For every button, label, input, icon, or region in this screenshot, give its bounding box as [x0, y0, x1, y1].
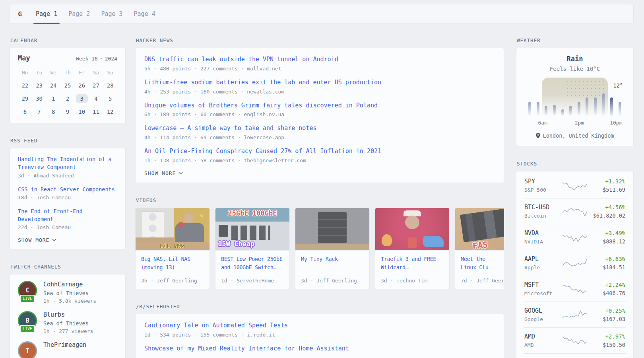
article-meta: 22d · Josh Comeau: [18, 224, 117, 230]
sparkline-chart: [563, 308, 587, 321]
live-badge: LIVE: [20, 325, 35, 333]
video-title-link[interactable]: BEST Low Power 25GbE and 100GbE Switch…: [221, 255, 284, 272]
video-title-link[interactable]: Traefik 3 and FREE Wildcard…: [381, 255, 444, 272]
video-card-body: BEST Low Power 25GbE and 100GbE Switch…1…: [215, 251, 289, 289]
video-title-line: My Tiny Rack: [301, 255, 364, 263]
stock-id: GOOGLGoogle: [524, 307, 562, 322]
avatar[interactable]: T: [18, 341, 37, 358]
stock-price: $61,820.02: [588, 212, 625, 219]
video-card-body: Traefik 3 and FREE Wildcard…3d · Techno …: [375, 251, 449, 289]
video-thumbnail[interactable]: FAS: [455, 208, 504, 251]
article-link[interactable]: Showcase of my Mixed Reality Interface f…: [144, 344, 495, 353]
article-meta: 1h · 138 points · 58 comments · thebigne…: [144, 158, 495, 163]
stock-row[interactable]: AMDAMD+2.97%$150.50: [524, 327, 626, 353]
article-link[interactable]: Handling The Indentation of a Treeview C…: [18, 155, 117, 171]
calendar-day-selected: 3: [76, 94, 88, 103]
app-logo[interactable]: G: [10, 4, 30, 23]
stock-row[interactable]: GOOGLGoogle+0.25%$167.03: [524, 302, 626, 327]
stock-row[interactable]: SPYS&P 500+1.32%$511.69: [524, 173, 626, 198]
calendar-grid: MoTuWeThFrSaSu22232425262728293012345678…: [18, 68, 117, 116]
article-link[interactable]: An Oil Price-Fixing Conspiracy Caused 27…: [144, 147, 495, 156]
article-link[interactable]: The End of Front-End Development: [18, 207, 117, 224]
video-card-body: My Tiny Rack3d · Jeff Geerling: [295, 251, 369, 289]
weather-card: Rain Feels like 10°C 12° 6am2pm10pm Lond…: [516, 48, 634, 146]
weather-bar: [619, 102, 621, 116]
weather-bar: [528, 102, 531, 116]
stock-row[interactable]: AAPLApple+6.63%$184.51: [524, 250, 626, 276]
channel-game: Sea of Thieves: [43, 320, 93, 327]
twitch-widget: TWITCH CHANNELS CLIVECohhCarnageSea of T…: [10, 264, 126, 358]
avatar-wrap: BLIVE: [18, 311, 37, 330]
tab-page-3[interactable]: Page 3: [95, 4, 128, 23]
sparkline-chart: [563, 282, 587, 296]
stocks-card: SPYS&P 500+1.32%$511.69BTC-USDBitcoin+4.…: [516, 171, 634, 358]
list-item: Handling The Indentation of a Treeview C…: [18, 155, 117, 179]
stock-id: MSFTMicrosoft: [524, 281, 562, 296]
tab-page-1[interactable]: Page 1: [30, 4, 63, 23]
calendar-day: 4: [90, 94, 102, 103]
video-title-link[interactable]: My Tiny Rack: [301, 255, 364, 263]
article-link[interactable]: Lowercase – A simple way to take and sha…: [144, 124, 495, 133]
sparkline-chart: [563, 256, 587, 270]
tab-page-4[interactable]: Page 4: [128, 4, 161, 23]
stocks-widget: STOCKS SPYS&P 500+1.32%$511.69BTC-USDBit…: [516, 161, 634, 358]
video-thumbnail[interactable]: [375, 208, 449, 251]
video-thumbnail[interactable]: 25GbE 100GbE15W Cheap: [215, 208, 289, 251]
article-meta: 4h · 114 points · 69 comments · lowercas…: [144, 134, 495, 140]
stock-name: NVIDIA: [524, 239, 562, 245]
show-more-button[interactable]: SHOW MORE: [18, 237, 117, 243]
calendar-day: 1: [47, 94, 59, 103]
stock-id: SPYS&P 500: [524, 178, 562, 193]
article-link[interactable]: Cautionary Tale on Automated Speed Tests: [144, 321, 495, 330]
stock-sparkline: [562, 334, 588, 347]
video-title-link[interactable]: Big NAS, Lil NAS (moving 13): [141, 255, 204, 272]
stock-price: $184.51: [588, 264, 625, 270]
video-title-link[interactable]: Meet theLinux Clu: [461, 255, 504, 272]
tab-page-2[interactable]: Page 2: [63, 4, 95, 23]
weather-bar: [586, 97, 588, 116]
stock-symbol: BTC-USD: [524, 204, 562, 211]
article-meta: 6h · 189 points · 60 comments · english.…: [144, 111, 495, 117]
show-more-button[interactable]: SHOW MORE: [144, 170, 495, 176]
sparkline-chart: [563, 230, 587, 244]
channel-name-link[interactable]: CohhCarnage: [43, 281, 96, 288]
video-card: Traefik 3 and FREE Wildcard…3d · Techno …: [375, 208, 450, 289]
channel-viewers: 1h · 277 viewers: [43, 328, 93, 334]
stock-row[interactable]: NVDANVIDIA+3.49%$888.12: [524, 224, 626, 250]
video-thumbnail[interactable]: [295, 208, 369, 251]
article-link[interactable]: Lithium-free sodium batteries exit the l…: [144, 78, 495, 87]
list-item: An Oil Price-Fixing Conspiracy Caused 27…: [144, 147, 495, 163]
stock-row[interactable]: MSFTMicrosoft+2.24%$406.76: [524, 276, 626, 302]
stock-symbol: AMD: [524, 333, 562, 340]
videos-widget: VIDEOS ↘LIL NASBig NAS, Lil NAS (moving …: [135, 197, 504, 289]
stock-id: AMDAMD: [524, 333, 562, 348]
weather-bar: [569, 106, 572, 116]
article-meta: 1d · 534 points · 155 comments · i.redd.…: [144, 332, 495, 338]
stock-values: +1.32%$511.69: [588, 178, 625, 193]
calendar-month: May: [18, 54, 30, 62]
video-thumbnail[interactable]: ↘LIL NAS: [136, 208, 209, 251]
calendar-weekday: We: [47, 68, 59, 77]
stock-row[interactable]: BTC-USDBitcoin+4.56%$61,820.02: [524, 198, 626, 224]
article-link[interactable]: DNS traffic can leak outside the VPN tun…: [144, 55, 495, 64]
list-item: Showcase of my Mixed Reality Interface f…: [144, 344, 495, 353]
section-label-weather: WEATHER: [517, 37, 634, 43]
chevron-down-icon: [178, 172, 183, 175]
twitch-channel-row: CLIVECohhCarnageSea of Thieves1h · 5.8k …: [18, 281, 117, 304]
channel-name-link[interactable]: ThePrimeagen: [43, 341, 86, 348]
stock-price: $511.69: [588, 187, 625, 193]
stock-values: +3.49%$888.12: [588, 230, 625, 245]
stock-values: +6.63%$184.51: [588, 256, 625, 270]
channel-name-link[interactable]: Blurbs: [43, 311, 93, 318]
stock-change: +2.97%: [588, 333, 625, 340]
rss-widget: RSS FEED Handling The Indentation of a T…: [10, 138, 126, 249]
article-link[interactable]: Unique volumes of Brothers Grimm fairy t…: [144, 101, 495, 110]
stock-row[interactable]: RDDT-1.59%: [524, 353, 626, 358]
weather-location: London, United Kingdom: [524, 132, 625, 139]
page-tabs: Page 1Page 2Page 3Page 4: [30, 4, 161, 23]
show-more-label: SHOW MORE: [144, 170, 176, 176]
video-card-body: Meet theLinux Clu7d · Jeff Geerling: [455, 251, 504, 289]
video-card: 25GbE 100GbE15W CheapBEST Low Power 25Gb…: [215, 208, 290, 289]
article-link[interactable]: CSS in React Server Components: [18, 185, 117, 193]
current-temp-label: 12°: [613, 82, 623, 89]
